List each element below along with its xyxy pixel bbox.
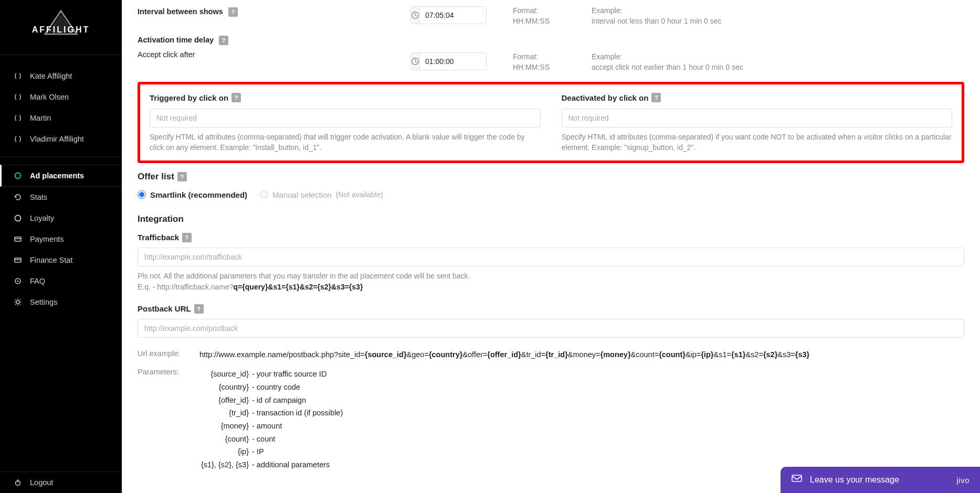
braces-icon <box>13 93 23 101</box>
svg-point-3 <box>15 216 21 221</box>
example-head: Example: <box>592 6 721 15</box>
help-icon[interactable] <box>228 7 238 17</box>
card-icon <box>14 256 22 264</box>
activation-input[interactable] <box>420 53 487 70</box>
sidebar-item-label: Kate Affilight <box>30 72 72 80</box>
radio-manual-input <box>260 190 268 199</box>
radio-manual: Manual selection (Not available) <box>260 190 383 199</box>
triggered-title: Triggered by click on <box>150 93 228 102</box>
activation-input-wrap <box>410 52 487 70</box>
sidebar-item-label: Logout <box>30 478 53 487</box>
sidebar-item-logout[interactable]: Logout <box>0 472 122 493</box>
sidebar-item-finance-stat[interactable]: Finance Stat <box>0 250 122 271</box>
sidebar: AFFILIGHT Kate AffilightMark OlsenMartin… <box>0 0 122 493</box>
parameter-row: {money} - amount <box>199 420 343 433</box>
interval-input-wrap <box>410 6 487 24</box>
card-icon <box>13 256 23 264</box>
triggered-input[interactable] <box>150 109 541 127</box>
postback-input[interactable] <box>138 319 964 338</box>
logo[interactable]: AFFILIGHT <box>0 0 122 55</box>
sidebar-item-stats[interactable]: Stats <box>0 187 122 208</box>
parameter-desc: - country code <box>252 381 300 394</box>
format-value: HH:MM:SS <box>513 17 592 25</box>
parameters-label: Parameters: <box>138 368 190 376</box>
sidebar-item-faq[interactable]: FAQ <box>0 271 122 292</box>
deactivated-input[interactable] <box>562 109 953 127</box>
parameter-key: {offer_id} <box>199 394 252 407</box>
sidebar-user-2[interactable]: Martin <box>0 108 122 128</box>
sidebar-item-label: Ad placements <box>30 172 84 180</box>
chat-text: Leave us your message <box>810 475 899 485</box>
sidebar-item-loyalty[interactable]: Loyalty <box>0 208 122 229</box>
sidebar-item-settings[interactable]: Settings <box>0 292 122 313</box>
parameter-row: {offer_id} - id of campaign <box>199 394 343 407</box>
parameter-row: {source_id} - your traffic source ID <box>199 368 343 381</box>
sidebar-user-3[interactable]: Vladimir Affilight <box>0 128 122 149</box>
trigger-deactivate-highlight: Triggered by click on Specify HTML id at… <box>138 82 964 163</box>
example-value: accept click not earlier than 1 hour 0 m… <box>592 63 743 71</box>
braces-icon <box>14 93 22 101</box>
url-example-label: Url example: <box>138 349 190 358</box>
sidebar-user-0[interactable]: Kate Affilight <box>0 66 122 87</box>
parameter-key: {money} <box>199 420 252 433</box>
parameters-list: {source_id} - your traffic source ID{cou… <box>199 368 343 471</box>
help-icon[interactable] <box>231 93 241 102</box>
sidebar-item-payments[interactable]: Payments <box>0 229 122 250</box>
radio-manual-note: (Not available) <box>336 190 383 199</box>
card-icon <box>13 235 23 243</box>
trafficback-note-1: Pls not. All the additional parameters t… <box>138 272 470 280</box>
trafficback-input[interactable] <box>138 248 964 266</box>
url-example-value: http://www.example.name/postback.php?sit… <box>199 349 809 361</box>
circle-outline-icon <box>14 214 22 222</box>
help-icon[interactable] <box>182 233 192 242</box>
radio-manual-label: Manual selection <box>272 190 332 199</box>
integration-heading: Integration <box>138 214 184 224</box>
svg-rect-27 <box>792 475 802 481</box>
trafficback-note-2-bold: q={query}&s1={s1}&s2={s2}&s3={s3} <box>234 283 363 291</box>
parameter-key: {s1}, {s2}, {s3} <box>199 458 252 471</box>
trafficback-note-2-pre: E.q. - http://trafficback.name? <box>138 283 234 291</box>
help-icon[interactable] <box>219 36 228 45</box>
target-icon <box>13 277 23 285</box>
braces-icon <box>13 135 23 143</box>
svg-line-17 <box>15 304 16 305</box>
braces-icon <box>13 114 23 122</box>
sidebar-item-label: FAQ <box>30 277 45 285</box>
sidebar-user-1[interactable]: Mark Olsen <box>0 87 122 108</box>
trafficback-label: Trafficback <box>138 233 179 242</box>
circle-icon <box>14 172 22 180</box>
parameter-desc: - transaction id (if possible) <box>252 406 343 420</box>
parameter-key: {count} <box>199 433 252 446</box>
activation-row: Activation time delay Accept click after… <box>138 35 964 71</box>
gear-icon <box>13 298 23 306</box>
chat-widget[interactable]: Leave us your message jivo <box>781 467 980 493</box>
sidebar-item-label: Vladimir Affilight <box>30 135 84 143</box>
interval-label: Interval between shows <box>138 7 223 16</box>
help-icon[interactable] <box>177 172 187 181</box>
sidebar-item-label: Finance Stat <box>30 256 72 264</box>
parameter-desc: - your traffic source ID <box>252 368 326 381</box>
interval-input[interactable] <box>420 7 487 24</box>
help-icon[interactable] <box>651 93 661 102</box>
format-value: HH:MM:SS <box>513 63 592 71</box>
help-icon[interactable] <box>194 304 204 314</box>
refresh-icon <box>13 193 23 201</box>
svg-line-26 <box>415 61 417 62</box>
parameter-row: {ip} - IP <box>199 445 343 458</box>
radio-smartlink-label: Smartlink (recommended) <box>150 190 247 199</box>
svg-point-9 <box>17 281 19 282</box>
radio-smartlink[interactable]: Smartlink (recommended) <box>138 190 247 199</box>
sidebar-item-ad-placements[interactable]: Ad placements <box>0 165 122 187</box>
parameter-desc: - additional parameters <box>252 458 330 471</box>
example-head: Example: <box>592 52 743 61</box>
braces-icon <box>14 114 22 122</box>
sidebar-item-label: Stats <box>30 193 47 201</box>
activation-label: Activation time delay <box>138 36 214 44</box>
sidebar-item-label: Payments <box>30 235 64 243</box>
clock-icon <box>411 53 420 70</box>
deactivated-title: Deactivated by click on <box>562 93 649 102</box>
main-content: Interval between shows Format: HH:MM:SS … <box>122 0 980 493</box>
radio-smartlink-input[interactable] <box>138 190 146 199</box>
sidebar-item-label: Martin <box>30 114 51 122</box>
parameter-row: {country} - country code <box>199 381 343 394</box>
